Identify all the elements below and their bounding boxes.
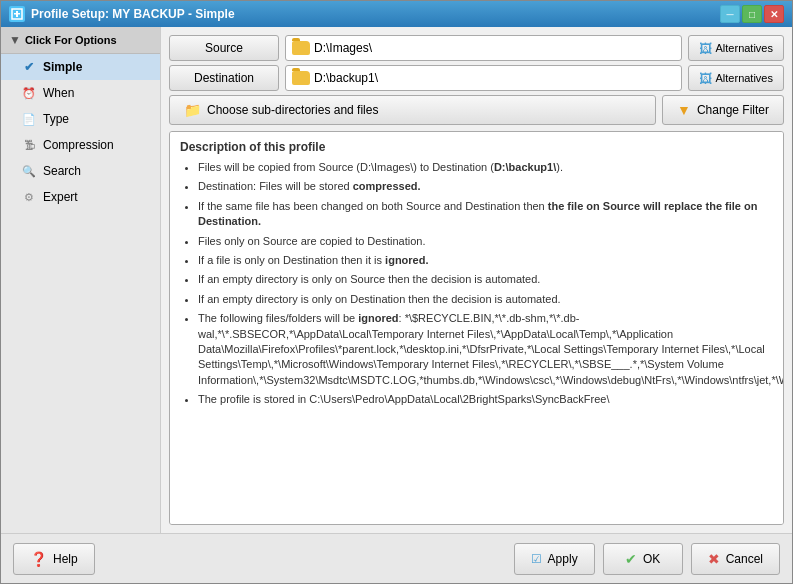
- list-item: Destination: Files will be stored compre…: [198, 179, 773, 194]
- content-area: ▼ Click For Options ✔ Simple ⏰ When 📄 Ty…: [1, 27, 792, 533]
- cancel-button[interactable]: ✖ Cancel: [691, 543, 780, 575]
- window-icon: [9, 6, 25, 22]
- help-icon: ❓: [30, 551, 47, 567]
- list-item: The profile is stored in C:\Users\Pedro\…: [198, 392, 773, 407]
- list-item: If the same file has been changed on bot…: [198, 199, 773, 230]
- list-item: If an empty directory is only on Destina…: [198, 292, 773, 307]
- subdir-button[interactable]: 📁 Choose sub-directories and files: [169, 95, 656, 125]
- cancel-label: Cancel: [726, 552, 763, 566]
- footer-right: ☑ Apply ✔ OK ✖ Cancel: [514, 543, 780, 575]
- list-item: If a file is only on Destination then it…: [198, 253, 773, 268]
- description-list: Files will be copied from Source (D:\Ima…: [180, 160, 773, 407]
- main-content: Source D:\Images\ 🖼 Alternatives Destina…: [161, 27, 792, 533]
- source-row: Source D:\Images\ 🖼 Alternatives: [169, 35, 784, 61]
- destination-row: Destination D:\backup1\ 🖼 Alternatives: [169, 65, 784, 91]
- description-title: Description of this profile: [180, 140, 773, 154]
- list-item: If an empty directory is only on Source …: [198, 272, 773, 287]
- sidebar-header-icon: ▼: [9, 33, 21, 47]
- destination-alternatives-button[interactable]: 🖼 Alternatives: [688, 65, 784, 91]
- source-button[interactable]: Source: [169, 35, 279, 61]
- sidebar-label-when: When: [43, 86, 74, 100]
- ok-button[interactable]: ✔ OK: [603, 543, 683, 575]
- source-folder-icon: [292, 41, 310, 55]
- footer-left: ❓ Help: [13, 543, 95, 575]
- sidebar-item-compression[interactable]: 🗜 Compression: [1, 132, 160, 158]
- ok-icon: ✔: [625, 551, 637, 567]
- sidebar-label-simple: Simple: [43, 60, 82, 74]
- destination-path-text: D:\backup1\: [314, 71, 378, 85]
- search-icon: 🔍: [21, 163, 37, 179]
- title-bar-left: Profile Setup: MY BACKUP - Simple: [9, 6, 235, 22]
- maximize-button[interactable]: □: [742, 5, 762, 23]
- subdir-folder-icon: 📁: [184, 102, 201, 118]
- top-controls: Source D:\Images\ 🖼 Alternatives Destina…: [169, 35, 784, 125]
- sidebar-item-type[interactable]: 📄 Type: [1, 106, 160, 132]
- destination-path-display: D:\backup1\: [285, 65, 682, 91]
- subdir-row: 📁 Choose sub-directories and files ▼ Cha…: [169, 95, 784, 125]
- expert-icon: ⚙: [21, 189, 37, 205]
- title-bar: Profile Setup: MY BACKUP - Simple ─ □ ✕: [1, 1, 792, 27]
- filter-label: Change Filter: [697, 103, 769, 117]
- sidebar: ▼ Click For Options ✔ Simple ⏰ When 📄 Ty…: [1, 27, 161, 533]
- sidebar-item-simple[interactable]: ✔ Simple: [1, 54, 160, 80]
- filter-funnel-icon: ▼: [677, 102, 691, 118]
- source-alternatives-button[interactable]: 🖼 Alternatives: [688, 35, 784, 61]
- source-path-text: D:\Images\: [314, 41, 372, 55]
- window-title: Profile Setup: MY BACKUP - Simple: [31, 7, 235, 21]
- ok-label: OK: [643, 552, 660, 566]
- apply-icon: ☑: [531, 552, 542, 566]
- sidebar-label-expert: Expert: [43, 190, 78, 204]
- destination-folder-icon: [292, 71, 310, 85]
- destination-alternatives-label: Alternatives: [716, 72, 773, 84]
- sidebar-label-type: Type: [43, 112, 69, 126]
- close-button[interactable]: ✕: [764, 5, 784, 23]
- compression-icon: 🗜: [21, 137, 37, 153]
- main-window: Profile Setup: MY BACKUP - Simple ─ □ ✕ …: [0, 0, 793, 584]
- subdir-label: Choose sub-directories and files: [207, 103, 378, 117]
- sidebar-header-label: Click For Options: [25, 34, 117, 46]
- minimize-button[interactable]: ─: [720, 5, 740, 23]
- filter-button[interactable]: ▼ Change Filter: [662, 95, 784, 125]
- check-icon: ✔: [21, 59, 37, 75]
- list-item: Files will be copied from Source (D:\Ima…: [198, 160, 773, 175]
- list-item: Files only on Source are copied to Desti…: [198, 234, 773, 249]
- cancel-icon: ✖: [708, 551, 720, 567]
- sidebar-label-search: Search: [43, 164, 81, 178]
- description-box: Description of this profile Files will b…: [169, 131, 784, 525]
- destination-alternatives-icon: 🖼: [699, 71, 712, 86]
- source-path-display: D:\Images\: [285, 35, 682, 61]
- svg-rect-2: [16, 11, 18, 17]
- sidebar-item-when[interactable]: ⏰ When: [1, 80, 160, 106]
- sidebar-item-expert[interactable]: ⚙ Expert: [1, 184, 160, 210]
- sidebar-label-compression: Compression: [43, 138, 114, 152]
- type-icon: 📄: [21, 111, 37, 127]
- clock-icon: ⏰: [21, 85, 37, 101]
- sidebar-header[interactable]: ▼ Click For Options: [1, 27, 160, 54]
- title-controls: ─ □ ✕: [720, 5, 784, 23]
- source-alternatives-label: Alternatives: [716, 42, 773, 54]
- list-item: The following files/folders will be igno…: [198, 311, 773, 388]
- sidebar-item-search[interactable]: 🔍 Search: [1, 158, 160, 184]
- destination-button[interactable]: Destination: [169, 65, 279, 91]
- source-alternatives-icon: 🖼: [699, 41, 712, 56]
- footer-bar: ❓ Help ☑ Apply ✔ OK ✖ Cancel: [1, 533, 792, 583]
- apply-button[interactable]: ☑ Apply: [514, 543, 595, 575]
- apply-label: Apply: [548, 552, 578, 566]
- help-label: Help: [53, 552, 78, 566]
- help-button[interactable]: ❓ Help: [13, 543, 95, 575]
